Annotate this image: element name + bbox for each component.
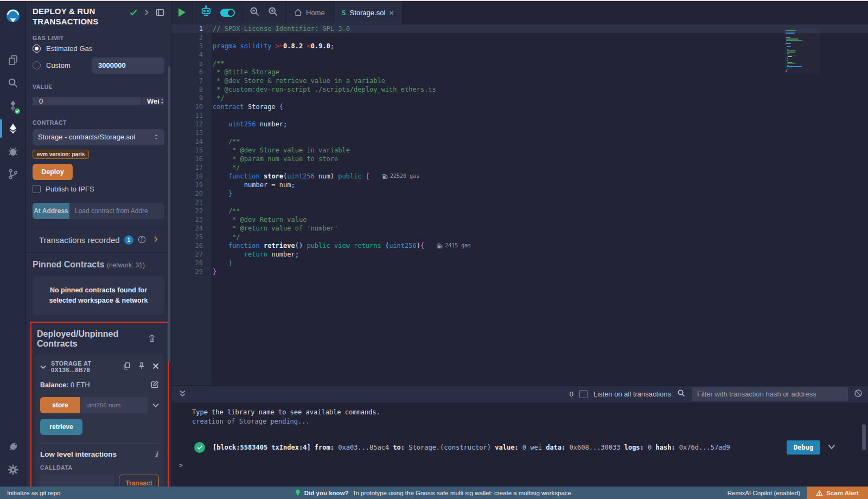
debugger-icon[interactable] — [0, 140, 25, 163]
compiled-check-icon — [130, 9, 137, 17]
code-line[interactable]: 12 uint256 number; — [171, 120, 868, 129]
code-line[interactable]: 11 — [171, 111, 868, 120]
trash-icon[interactable] — [148, 334, 156, 344]
remix-logo-icon[interactable] — [0, 4, 25, 29]
code-line[interactable]: 21 — [171, 198, 868, 207]
code-line[interactable]: 28 } — [171, 259, 868, 267]
estimated-gas-radio[interactable] — [33, 44, 41, 53]
git-icon[interactable] — [0, 163, 25, 185]
publish-ipfs-label: Publish to IPFS — [46, 185, 94, 193]
filter-input[interactable] — [692, 387, 848, 401]
tab-storage-sol[interactable]: S Storage.sol × — [333, 1, 403, 24]
code-line[interactable]: 18 function store(uint256 num) public {2… — [171, 172, 868, 181]
listen-checkbox[interactable] — [579, 390, 588, 398]
deploy-button[interactable]: Deploy — [33, 164, 73, 180]
tab-home[interactable]: Home — [286, 1, 333, 24]
zoom-in-icon[interactable] — [268, 7, 278, 19]
close-contract-icon[interactable] — [152, 363, 159, 371]
deploy-run-icon[interactable] — [0, 117, 25, 140]
at-address-button[interactable]: At Address — [33, 203, 69, 219]
solidity-file-icon: S — [342, 9, 346, 17]
zoom-out-icon[interactable] — [250, 7, 260, 19]
code-line[interactable]: 6 * @title Storage — [171, 68, 868, 76]
expand-transactions-icon[interactable] — [154, 236, 158, 244]
code-line[interactable]: 9 */ — [171, 94, 868, 103]
code-editor[interactable]: 1// SPDX-License-Identifier: GPL-3.023pr… — [171, 24, 868, 385]
code-line[interactable]: 7 * @dev Store & retrieve value in a var… — [171, 76, 868, 85]
close-tab-icon[interactable]: × — [389, 9, 394, 17]
value-input[interactable] — [33, 97, 141, 105]
edit-balance-icon[interactable] — [151, 380, 159, 390]
code-line[interactable]: 15 * @dev Store value in variable — [171, 146, 868, 155]
store-arg-input[interactable] — [81, 397, 148, 413]
code-line[interactable]: 20 } — [171, 189, 868, 198]
run-script-icon[interactable] — [178, 8, 186, 17]
transact-button[interactable]: Transact — [119, 475, 159, 487]
scam-alert-button[interactable]: Scam Alert — [807, 487, 868, 499]
code-line[interactable]: 5/** — [171, 59, 868, 68]
clear-terminal-icon[interactable] — [854, 389, 863, 400]
code-line[interactable]: 16 * @param num value to store — [171, 155, 868, 163]
expand-tx-icon[interactable] — [828, 444, 835, 451]
terminal-scrollbar[interactable] — [862, 424, 866, 450]
solidity-compiler-icon[interactable] — [0, 94, 25, 117]
info-icon[interactable] — [138, 235, 146, 245]
code-line[interactable]: 2 — [171, 33, 868, 42]
code-line[interactable]: 24 * @return value of 'number' — [171, 224, 868, 233]
code-line[interactable]: 13 — [171, 129, 868, 137]
contract-instance-label[interactable]: STORAGE AT 0X136...8B78 — [51, 360, 118, 373]
terminal[interactable]: Type the library name to see available c… — [171, 402, 868, 487]
code-line[interactable]: 26 function retrieve() public view retur… — [171, 241, 868, 250]
code-line[interactable]: 27 return number; — [171, 250, 868, 259]
code-line[interactable]: 29} — [171, 267, 868, 276]
plugin-manager-icon[interactable] — [0, 436, 25, 458]
listen-count: 0 — [570, 390, 573, 398]
expand-store-icon[interactable] — [152, 401, 159, 410]
minimap[interactable] — [784, 28, 820, 74]
at-address-input[interactable] — [69, 203, 164, 219]
publish-ipfs-checkbox[interactable] — [33, 185, 41, 193]
code-line[interactable]: 4 — [171, 50, 868, 59]
pin-panel-icon[interactable] — [156, 9, 164, 18]
code-line[interactable]: 22 /** — [171, 207, 868, 215]
copilot-status[interactable]: RemixAI Copilot (enabled) — [727, 490, 800, 496]
code-line[interactable]: 23 * @dev Return value — [171, 215, 868, 224]
value-unit-label: Wei — [147, 97, 159, 105]
panel-scrollbar[interactable] — [168, 66, 170, 362]
code-line[interactable]: 14 /** — [171, 137, 868, 146]
lightbulb-icon — [295, 489, 301, 497]
store-button[interactable]: store — [40, 397, 80, 413]
search-icon[interactable] — [0, 72, 25, 94]
collapse-panel-icon[interactable] — [144, 9, 149, 17]
remixai-robot-icon[interactable] — [200, 5, 212, 20]
retrieve-button[interactable]: retrieve — [40, 419, 82, 435]
home-icon — [294, 9, 302, 16]
copilot-toggle[interactable] — [220, 9, 235, 17]
settings-icon[interactable] — [0, 458, 25, 481]
git-init-label[interactable]: Initialize as git repo — [7, 490, 60, 496]
transactions-count-badge: 1 — [124, 235, 133, 245]
debug-button[interactable]: Debug — [787, 440, 820, 455]
pin-contract-icon[interactable] — [138, 362, 145, 372]
code-line[interactable]: 10contract Storage { — [171, 103, 868, 111]
code-line[interactable]: 1// SPDX-License-Identifier: GPL-3.0 — [171, 24, 868, 33]
file-explorer-icon[interactable] — [0, 49, 25, 72]
code-line[interactable]: 8 * @custom:dev-run-script ./scripts/dep… — [171, 85, 868, 94]
custom-gas-input[interactable] — [92, 57, 164, 74]
transactions-recorded-row[interactable]: Transactions recorded 1 — [33, 228, 164, 252]
code-line[interactable]: 19 number = num; — [171, 181, 868, 189]
copy-address-icon[interactable] — [123, 362, 131, 372]
calldata-input[interactable] — [40, 475, 114, 487]
chevron-down-icon[interactable] — [40, 363, 46, 371]
info-icon[interactable]: i — [155, 450, 158, 458]
code-line[interactable]: 3pragma solidity >=0.8.2 <0.9.0; — [171, 42, 868, 50]
custom-gas-radio[interactable] — [33, 61, 41, 69]
contract-select[interactable]: Storage - contracts/Storage.sol — [33, 129, 164, 145]
value-unit-select[interactable]: Wei — [141, 97, 164, 105]
tip-text: To prototype using the Gnosis safe multi… — [353, 490, 573, 496]
expand-terminal-icon[interactable] — [179, 389, 186, 399]
transaction-log-row[interactable]: [block:5583405 txIndex:4] from: 0xa03...… — [192, 440, 868, 455]
code-line[interactable]: 17 */ — [171, 163, 868, 172]
code-line[interactable]: 25 */ — [171, 233, 868, 241]
terminal-prompt[interactable]: > — [179, 462, 183, 469]
